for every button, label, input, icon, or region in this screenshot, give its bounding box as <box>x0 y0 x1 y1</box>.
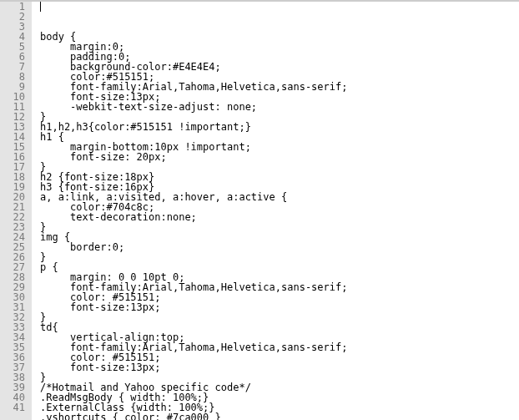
text-caret <box>40 2 41 12</box>
code-editor: 1234567891011121314151617181920212223242… <box>0 0 519 420</box>
code-line[interactable]: font-size: 20px; <box>40 152 519 162</box>
line-number: 41 <box>0 402 25 412</box>
code-line[interactable]: } <box>40 312 519 322</box>
code-line[interactable]: -webkit-text-size-adjust: none; <box>40 102 519 112</box>
code-line[interactable]: } <box>40 252 519 262</box>
code-line[interactable]: .yshortcuts { color: #7ca000 } <box>40 412 519 420</box>
line-number-gutter: 1234567891011121314151617181920212223242… <box>0 2 32 420</box>
code-line[interactable]: font-size:13px; <box>40 302 519 312</box>
code-line[interactable]: h1,h2,h3{color:#515151 !important;} <box>40 122 519 132</box>
code-line[interactable]: } <box>40 222 519 232</box>
code-line[interactable]: border:0; <box>40 242 519 252</box>
code-line[interactable]: text-decoration:none; <box>40 212 519 222</box>
code-area[interactable]: body { margin:0; padding:0; background-c… <box>32 2 519 420</box>
code-line[interactable]: font-size:13px; <box>40 362 519 372</box>
